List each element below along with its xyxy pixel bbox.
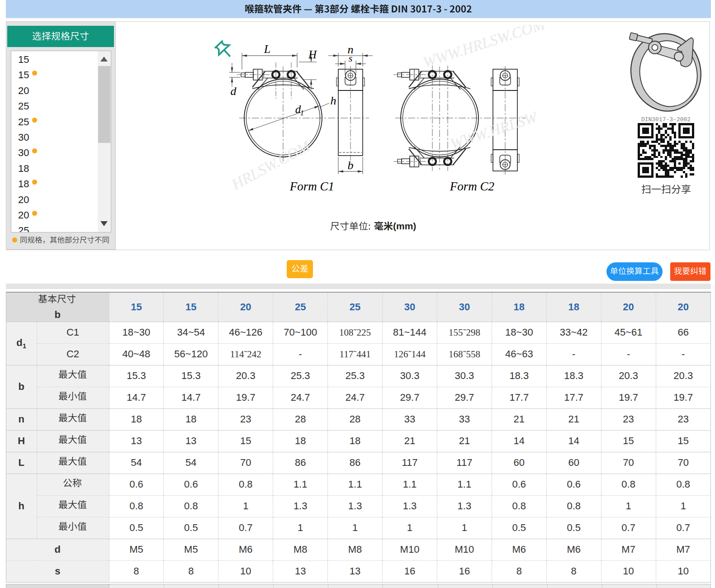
svg-text:H: H [308, 48, 317, 61]
svg-text:d: d [231, 85, 237, 98]
svg-text:s: s [349, 52, 353, 64]
svg-text:Form C1: Form C1 [289, 180, 334, 193]
svg-text:Form C2: Form C2 [450, 180, 494, 193]
svg-text:WWW.HRLSW.COM: WWW.HRLSW.COM [421, 25, 548, 71]
svg-text:h: h [331, 94, 336, 107]
svg-text:L: L [264, 43, 270, 56]
svg-text:WWW.HRLSW: WWW.HRLSW [448, 108, 540, 152]
svg-text:b: b [348, 159, 354, 172]
svg-text:1: 1 [300, 109, 304, 117]
